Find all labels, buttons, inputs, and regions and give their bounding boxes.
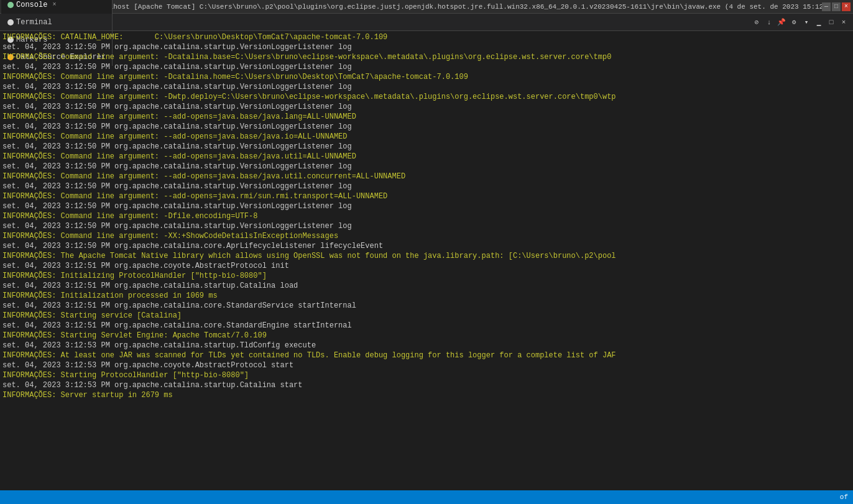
settings-icon[interactable]: ⚙ xyxy=(788,17,800,28)
console-line: set. 04, 2023 3:12:50 PM org.apache.cata… xyxy=(2,241,851,251)
pin-icon[interactable]: 📌 xyxy=(776,17,787,28)
console-line: set. 04, 2023 3:12:50 PM org.apache.cata… xyxy=(2,42,851,52)
console-line: INFORMAÇÕES: Starting service [Catalina] xyxy=(2,311,851,321)
console-line: set. 04, 2023 3:12:50 PM org.apache.cata… xyxy=(2,62,851,72)
minimize-panel-icon[interactable]: ▁ xyxy=(813,17,824,28)
console-line: set. 04, 2023 3:12:51 PM org.apache.cata… xyxy=(2,281,851,291)
tab-label-console: Console xyxy=(16,1,47,9)
console-line: INFORMAÇÕES: Command line argument: -Dwt… xyxy=(2,92,851,102)
console-line: set. 04, 2023 3:12:50 PM org.apache.cata… xyxy=(2,122,851,132)
close-panel-icon[interactable]: × xyxy=(838,17,849,28)
console-line: INFORMAÇÕES: The Apache Tomcat Native li… xyxy=(2,251,851,261)
console-line: INFORMAÇÕES: Command line argument: --ad… xyxy=(2,112,851,122)
console-line: set. 04, 2023 3:12:51 PM org.apache.cata… xyxy=(2,301,851,311)
console-line: set. 04, 2023 3:12:50 PM org.apache.cata… xyxy=(2,102,851,112)
menu-icon[interactable]: ▾ xyxy=(801,17,812,28)
maximize-button[interactable]: □ xyxy=(832,2,841,11)
maximize-panel-icon[interactable]: □ xyxy=(826,17,837,28)
console-line: INFORMAÇÕES: Starting Servlet Engine: Ap… xyxy=(2,331,851,341)
console-line: INFORMAÇÕES: At least one JAR was scanne… xyxy=(2,351,851,360)
console-line: set. 04, 2023 3:12:53 PM org.apache.coyo… xyxy=(2,360,851,370)
console-line: INFORMAÇÕES: Command line argument: --ad… xyxy=(2,152,851,162)
console-line: INFORMAÇÕES: CATALINA_HOME: C:\Users\bru… xyxy=(2,32,851,42)
console-line: set. 04, 2023 3:12:50 PM org.apache.cata… xyxy=(2,82,851,92)
terminal-icon xyxy=(7,19,14,25)
console-line: INFORMAÇÕES: Command line argument: --ad… xyxy=(2,172,851,181)
status-right: of xyxy=(840,493,848,501)
console-line: INFORMAÇÕES: Initializing ProtocolHandle… xyxy=(2,271,851,281)
console-line: INFORMAÇÕES: Initialization processed in… xyxy=(2,291,851,301)
console-line: set. 04, 2023 3:12:50 PM org.apache.cata… xyxy=(2,201,851,211)
tabbar: ServersConsole×TerminalMarkersData Sourc… xyxy=(0,14,853,31)
console-line: set. 04, 2023 3:12:50 PM org.apache.cata… xyxy=(2,142,851,152)
titlebar-text: Tomcat v7.0 Server at localhost [Apache … xyxy=(2,3,822,11)
console-line: INFORMAÇÕES: Command line argument: --ad… xyxy=(2,191,851,201)
console-line: set. 04, 2023 3:12:50 PM org.apache.cata… xyxy=(2,181,851,191)
console-icon xyxy=(7,2,14,8)
status-of: of xyxy=(840,493,848,501)
console-line: set. 04, 2023 3:12:53 PM org.apache.cata… xyxy=(2,380,851,390)
console-line: INFORMAÇÕES: Command line argument: -Dca… xyxy=(2,52,851,62)
clear-icon[interactable]: ⊘ xyxy=(751,17,762,28)
console-line: set. 04, 2023 3:12:51 PM org.apache.cata… xyxy=(2,321,851,331)
console-line: set. 04, 2023 3:12:51 PM org.apache.coyo… xyxy=(2,261,851,271)
console-line: INFORMAÇÕES: Starting ProtocolHandler ["… xyxy=(2,370,851,380)
console-line: INFORMAÇÕES: Command line argument: --ad… xyxy=(2,132,851,142)
statusbar: of xyxy=(0,490,853,504)
tab-console[interactable]: Console× xyxy=(1,0,113,14)
console-line: INFORMAÇÕES: Command line argument: -Dfi… xyxy=(2,211,851,221)
scroll-lock-icon[interactable]: ↓ xyxy=(763,17,775,28)
close-button[interactable]: × xyxy=(842,2,851,11)
console-line: set. 04, 2023 3:12:50 PM org.apache.cata… xyxy=(2,221,851,231)
tab-close-console[interactable]: × xyxy=(52,1,56,8)
minimize-button[interactable]: — xyxy=(822,2,831,11)
tab-label-terminal: Terminal xyxy=(16,18,52,27)
console-output[interactable]: INFORMAÇÕES: CATALINA_HOME: C:\Users\bru… xyxy=(0,31,853,490)
titlebar-buttons: — □ × xyxy=(822,2,851,11)
console-line: INFORMAÇÕES: Server startup in 2679 ms xyxy=(2,390,851,400)
console-line: INFORMAÇÕES: Command line argument: -Dca… xyxy=(2,72,851,82)
titlebar: Tomcat v7.0 Server at localhost [Apache … xyxy=(0,0,853,14)
console-line: set. 04, 2023 3:12:53 PM org.apache.cata… xyxy=(2,341,851,351)
console-line: INFORMAÇÕES: Command line argument: -XX:… xyxy=(2,231,851,241)
tab-terminal[interactable]: Terminal xyxy=(1,14,113,31)
console-line: set. 04, 2023 3:12:50 PM org.apache.cata… xyxy=(2,162,851,172)
tabbar-actions: ⊘↓📌⚙▾▁□× xyxy=(751,17,852,28)
